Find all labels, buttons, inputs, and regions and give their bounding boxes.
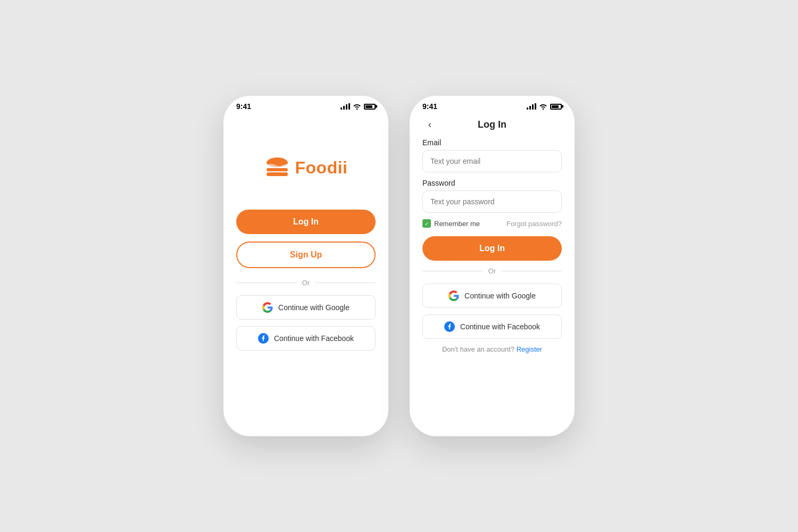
login-form-button[interactable]: Log In [422,236,562,261]
wifi-icon-right [539,103,547,110]
facebook-login-button-right[interactable]: Continue with Facebook [422,314,562,339]
welcome-screen: Foodii Log In Sign Up Or Continue with G… [223,115,388,357]
status-icons-left [340,103,376,110]
status-time-left: 9:41 [236,102,251,111]
email-input[interactable] [422,150,562,172]
foodii-logo-svg [264,157,290,178]
divider-line-left [236,282,297,283]
logo-area: Foodii [264,157,348,178]
password-label: Password [422,179,562,187]
no-account-section: Don't have an account? Register [422,345,562,353]
forgot-password-link[interactable]: Forgot password? [506,220,562,228]
svg-rect-1 [267,172,288,176]
back-button[interactable]: ‹ [422,117,437,132]
login-screen: ‹ Log In Email Password ✓ Remember me Fo… [410,115,575,353]
divider-line-right [315,282,376,283]
phone-welcome: 9:41 Foodii [223,96,388,436]
facebook-button-label: Continue with Facebook [274,334,354,343]
signup-button[interactable]: Sign Up [236,242,376,268]
divider-line-left2 [422,271,483,271]
google-icon-right [448,290,459,301]
app-logo-icon [264,157,290,178]
status-bar-left: 9:41 [223,96,388,115]
password-input[interactable] [422,190,562,213]
facebook-login-button[interactable]: Continue with Facebook [236,326,376,351]
nav-bar: ‹ Log In [422,115,562,138]
google-button-label-right: Continue with Google [464,292,536,300]
status-time-right: 9:41 [422,102,437,111]
google-button-label: Continue with Google [278,303,350,312]
status-icons-right [527,103,562,110]
facebook-icon-right [444,321,455,332]
google-icon [262,302,273,313]
email-label: Email [422,138,562,147]
no-account-text: Don't have an account? [442,345,514,353]
signal-icon-right [527,103,536,110]
wifi-icon-left [353,103,361,110]
page-title: Log In [478,119,506,130]
register-link[interactable]: Register [517,345,542,353]
or-text-left: Or [302,279,310,287]
remember-me-group[interactable]: ✓ Remember me [422,219,480,228]
google-login-button[interactable]: Continue with Google [236,295,376,320]
email-section: Email [422,138,562,172]
form-options: ✓ Remember me Forgot password? [422,219,562,228]
facebook-icon [258,333,269,344]
or-divider-right: Or [422,267,562,275]
remember-me-label: Remember me [434,220,480,228]
or-divider-left: Or [236,279,376,287]
google-login-button-right[interactable]: Continue with Google [422,284,562,308]
or-text-right: Or [488,267,496,275]
battery-icon-right [550,104,562,110]
status-bar-right: 9:41 [410,96,575,115]
battery-icon-left [364,104,376,110]
phone-login: 9:41 ‹ Log In Email Password [410,96,575,436]
facebook-button-label-right: Continue with Facebook [460,322,540,331]
remember-me-checkbox[interactable]: ✓ [422,219,431,228]
login-button[interactable]: Log In [236,210,376,234]
password-section: Password [422,179,562,213]
app-name: Foodii [295,158,348,178]
divider-line-right2 [501,271,562,271]
signal-icon-left [340,103,350,110]
svg-rect-0 [267,168,288,171]
